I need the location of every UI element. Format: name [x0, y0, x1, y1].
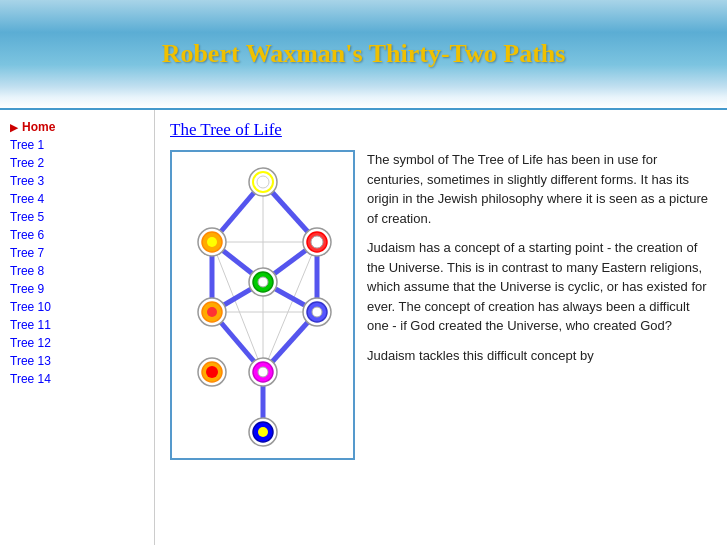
sidebar-item-home[interactable]: ▶Home: [0, 118, 154, 136]
content-area: The symbol of The Tree of Life has been …: [170, 150, 712, 460]
sidebar-item-tree-14[interactable]: Tree 14: [0, 370, 154, 388]
tree-diagram: [170, 150, 355, 460]
sidebar-item-tree-8[interactable]: Tree 8: [0, 262, 154, 280]
sidebar-item-label: Tree 7: [10, 246, 44, 260]
sidebar-item-label: Tree 6: [10, 228, 44, 242]
sidebar-item-tree-9[interactable]: Tree 9: [0, 280, 154, 298]
paragraph-1: The symbol of The Tree of Life has been …: [367, 150, 712, 228]
sidebar-item-tree-10[interactable]: Tree 10: [0, 298, 154, 316]
sidebar-item-tree-11[interactable]: Tree 11: [0, 316, 154, 334]
svg-point-55: [206, 366, 218, 378]
sidebar-item-label: Tree 14: [10, 372, 51, 386]
sidebar: ▶HomeTree 1Tree 2Tree 3Tree 4Tree 5Tree …: [0, 110, 155, 545]
sidebar-item-tree-6[interactable]: Tree 6: [0, 226, 154, 244]
sidebar-item-label: Home: [22, 120, 55, 134]
svg-point-39: [312, 307, 322, 317]
page-title: The Tree of Life: [170, 120, 712, 140]
sidebar-item-tree-12[interactable]: Tree 12: [0, 334, 154, 352]
site-title: Robert Waxman's Thirty-Two Paths: [162, 39, 566, 69]
sidebar-item-label: Tree 2: [10, 156, 44, 170]
svg-point-45: [258, 277, 268, 287]
main-content: The Tree of Life: [155, 110, 727, 545]
active-arrow-icon: ▶: [10, 122, 18, 133]
sidebar-item-tree-5[interactable]: Tree 5: [0, 208, 154, 226]
sidebar-item-tree-3[interactable]: Tree 3: [0, 172, 154, 190]
sidebar-item-tree-7[interactable]: Tree 7: [0, 244, 154, 262]
sidebar-item-label: Tree 8: [10, 264, 44, 278]
sidebar-item-label: Tree 4: [10, 192, 44, 206]
sidebar-item-label: Tree 3: [10, 174, 44, 188]
header: Robert Waxman's Thirty-Two Paths: [0, 0, 727, 110]
sidebar-item-label: Tree 10: [10, 300, 51, 314]
svg-point-52: [258, 427, 268, 437]
svg-point-49: [258, 367, 268, 377]
sidebar-item-label: Tree 11: [10, 318, 51, 332]
paragraph-2: Judaism has a concept of a starting poin…: [367, 238, 712, 336]
sidebar-item-tree-4[interactable]: Tree 4: [0, 190, 154, 208]
sidebar-item-label: Tree 12: [10, 336, 51, 350]
sidebar-item-label: Tree 1: [10, 138, 44, 152]
svg-point-36: [207, 237, 217, 247]
text-content: The symbol of The Tree of Life has been …: [367, 150, 712, 460]
sidebar-item-label: Tree 13: [10, 354, 51, 368]
sidebar-item-label: Tree 5: [10, 210, 44, 224]
sidebar-item-label: Tree 9: [10, 282, 44, 296]
paragraph-3: Judaism tackles this difficult concept b…: [367, 346, 712, 366]
sidebar-item-tree-1[interactable]: Tree 1: [0, 136, 154, 154]
page-layout: ▶HomeTree 1Tree 2Tree 3Tree 4Tree 5Tree …: [0, 110, 727, 545]
svg-point-33: [311, 236, 323, 248]
sidebar-item-tree-13[interactable]: Tree 13: [0, 352, 154, 370]
svg-point-42: [207, 307, 217, 317]
sidebar-item-tree-2[interactable]: Tree 2: [0, 154, 154, 172]
svg-point-30: [257, 176, 269, 188]
